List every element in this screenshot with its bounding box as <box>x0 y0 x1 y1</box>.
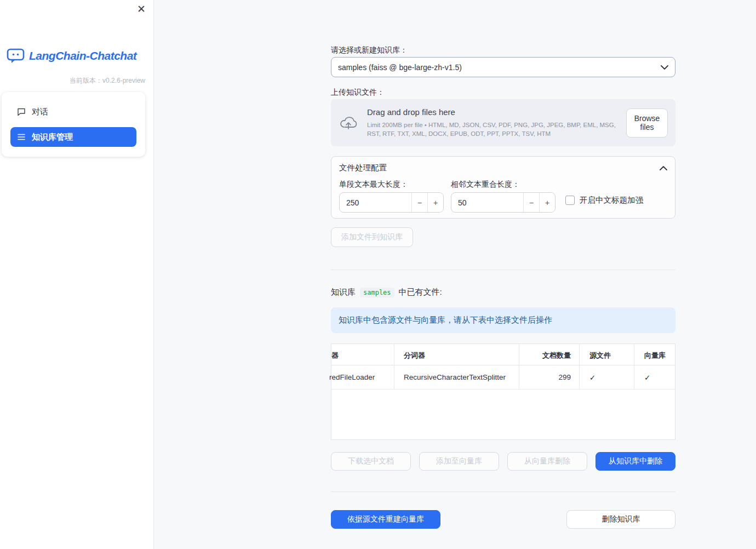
column-divider <box>394 344 394 390</box>
table-header-loader: 器 <box>331 351 339 361</box>
sidebar-item-kb-management[interactable]: 知识库管理 <box>10 127 136 147</box>
delete-from-kb-button[interactable]: 从知识库中删除 <box>595 452 675 471</box>
app-root: ✕ LangChain-Chatchat 当前版本：v0.2.6-preview <box>0 0 756 549</box>
table-row[interactable]: redFileLoader RecursiveCharacterTextSpli… <box>331 365 675 390</box>
browse-files-button[interactable]: Browse files <box>626 108 668 138</box>
chunk-size-label: 单段文本最大长度： <box>339 180 408 190</box>
table-header-source: 源文件 <box>589 351 611 361</box>
uploader-limit-text: Limit 200MB per file • HTML, MD, JSON, C… <box>367 121 617 138</box>
kb-files-heading: 知识库 samples 中已有文件: <box>331 287 442 298</box>
divider <box>331 270 675 270</box>
cell-source-check: ✓ <box>589 373 595 382</box>
logo-chat-icon <box>7 48 25 64</box>
column-divider <box>519 344 519 390</box>
chevron-up-icon <box>660 166 667 170</box>
file-uploader-dropzone[interactable]: Drag and drop files here Limit 200MB per… <box>331 99 675 146</box>
table-header-doc-count: 文档数量 <box>542 351 571 361</box>
chunk-size-decrement-button[interactable]: − <box>411 193 427 212</box>
uploader-texts: Drag and drop files here Limit 200MB per… <box>367 107 617 138</box>
sidebar-item-label: 知识库管理 <box>32 132 73 142</box>
kb-select-label: 请选择或新建知识库： <box>331 45 408 55</box>
main-content: 请选择或新建知识库： samples (faiss @ bge-large-zh… <box>331 0 676 549</box>
logo-text: LangChain-Chatchat <box>29 49 136 62</box>
kb-files-prefix: 知识库 <box>331 287 356 298</box>
file-config-expander-header[interactable]: 文件处理配置 <box>331 157 675 173</box>
cell-loader: redFileLoader <box>329 373 375 381</box>
delete-kb-button[interactable]: 删除知识库 <box>566 510 675 529</box>
overlap-size-label: 相邻文本重合长度： <box>451 180 520 190</box>
sidebar: ✕ LangChain-Chatchat 当前版本：v0.2.6-preview <box>0 0 153 549</box>
table-header-splitter: 分词器 <box>404 351 425 361</box>
chunk-size-value[interactable]: 250 <box>340 193 411 212</box>
sidebar-item-label: 对话 <box>32 107 48 117</box>
version-label: 当前版本：v0.2.6-preview <box>70 76 145 85</box>
overlap-size-value[interactable]: 50 <box>451 193 523 212</box>
overlap-size-decrement-button[interactable]: − <box>523 193 539 212</box>
uploader-label: 上传知识文件： <box>331 88 385 98</box>
column-divider <box>579 344 580 390</box>
table-header-vector: 向量库 <box>644 351 666 361</box>
kb-files-table[interactable]: 器 分词器 文档数量 源文件 向量库 redFileLoader Recursi… <box>331 344 675 440</box>
overlap-size-input: 50 − + <box>451 192 555 213</box>
table-header-row: 器 分词器 文档数量 源文件 向量库 <box>331 344 675 365</box>
column-divider <box>634 344 634 390</box>
chunk-size-input: 250 − + <box>339 192 444 213</box>
add-files-to-kb-button[interactable]: 添加文件到知识库 <box>331 227 413 247</box>
checkbox-box[interactable] <box>565 196 575 205</box>
download-selected-docs-button[interactable]: 下载选中文档 <box>331 452 411 471</box>
file-config-expander: 文件处理配置 单段文本最大长度： 250 − + 相邻文本重合长度： 50 − … <box>331 156 675 219</box>
chunk-size-increment-button[interactable]: + <box>427 193 443 212</box>
zh-title-enhance-checkbox[interactable]: 开启中文标题加强 <box>565 195 643 205</box>
checkbox-label: 开启中文标题加强 <box>580 195 643 205</box>
delete-from-vector-store-button[interactable]: 从向量库删除 <box>507 452 587 471</box>
kb-stack-icon <box>17 133 26 141</box>
kb-select[interactable]: samples (faiss @ bge-large-zh-v1.5) <box>331 57 675 77</box>
chat-bubble-icon <box>17 107 26 116</box>
sidebar-close-icon[interactable]: ✕ <box>137 3 146 15</box>
cell-doc-count: 299 <box>558 373 571 381</box>
kb-select-value: samples (faiss @ bge-large-zh-v1.5) <box>338 63 462 72</box>
add-to-vector-store-button[interactable]: 添加至向量库 <box>419 452 499 471</box>
app-logo: LangChain-Chatchat <box>7 48 136 64</box>
rebuild-vector-store-button[interactable]: 依据源文件重建向量库 <box>331 510 440 529</box>
info-banner: 知识库中包含源文件与向量库，请从下表中选择文件后操作 <box>331 307 675 333</box>
cell-vector-check: ✓ <box>644 373 650 382</box>
kb-files-suffix: 中已有文件: <box>399 287 442 298</box>
cloud-upload-icon <box>339 116 358 130</box>
divider <box>331 491 675 492</box>
uploader-drag-text: Drag and drop files here <box>367 107 617 117</box>
sidebar-menu: 对话 知识库管理 <box>2 92 145 157</box>
kb-name-code: samples <box>360 288 394 298</box>
info-banner-text: 知识库中包含源文件与向量库，请从下表中选择文件后操作 <box>339 315 552 325</box>
overlap-size-increment-button[interactable]: + <box>539 193 555 212</box>
file-config-title: 文件处理配置 <box>339 163 387 173</box>
cell-splitter: RecursiveCharacterTextSplitter <box>404 373 506 381</box>
sidebar-item-dialogue[interactable]: 对话 <box>10 102 136 122</box>
chevron-down-icon <box>661 65 668 70</box>
